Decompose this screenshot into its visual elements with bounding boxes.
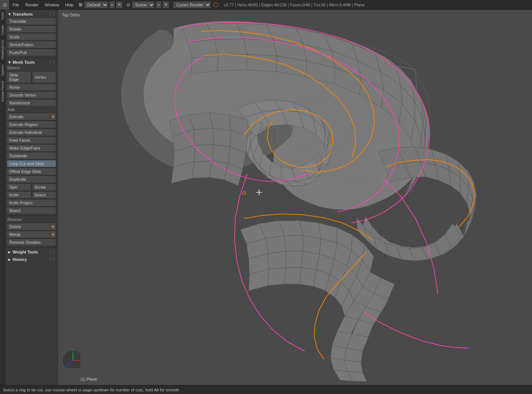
knife-project-btn[interactable]: Knife Project [7,199,56,207]
merge-arrow[interactable]: ▼ [50,231,56,238]
noise-btn[interactable]: Noise [7,83,56,91]
viewport[interactable]: Top Ortho [58,10,532,385]
svg-marker-167 [212,145,230,163]
svg-marker-119 [284,236,303,251]
scale-btn[interactable]: Scale [7,33,56,41]
mode-select[interactable]: Default [84,1,108,9]
svg-text:Z: Z [64,366,66,368]
mesh-tools-pin[interactable]: ⋮⋮ [49,60,55,64]
left-panel: ▼ Transform ⋮⋮ Translate Rotate Scale Sh… [5,10,58,385]
svg-marker-30 [217,54,247,71]
rotate-btn[interactable]: Rotate [7,25,56,33]
remove-label: Remove: [6,217,57,223]
extrude-dropdown: Extrude ▼ [7,113,56,120]
menu-render[interactable]: Render [22,0,42,10]
mesh-tools-section: ▼ Mesh Tools ⋮⋮ Deform: Slide Edge Verte… [6,59,57,246]
make-edge-face-btn[interactable]: Make Edge/Face [7,144,56,152]
version-info: v2.77 | Verts:46/92 | Edges:46/138 | Fac… [220,3,532,7]
add-label: Add: [6,107,57,113]
merge-dropdown: Merge ▼ [7,231,56,238]
svg-marker-29 [191,55,218,74]
menu-help[interactable]: Help [62,0,77,10]
blender-logo: ⊙ [0,0,10,10]
merge-btn[interactable]: Merge [7,231,50,238]
randomize-btn[interactable]: Randomize [7,99,56,107]
mesh-tools-header[interactable]: ▼ Mesh Tools ⋮⋮ [6,59,57,65]
knife-btn[interactable]: Knife [7,191,31,199]
mode-add-btn[interactable]: + [109,1,115,9]
select-btn[interactable]: Select [32,191,57,199]
shrink-flatten-btn[interactable]: Shrink/Fatten [7,41,56,48]
delete-btn[interactable]: Delete [7,223,50,230]
smooth-vertex-btn[interactable]: Smooth Vertex [7,91,56,99]
svg-marker-17 [214,39,247,55]
svg-marker-158 [189,113,213,130]
viewport-label: Top Ortho [62,13,80,17]
push-pull-btn[interactable]: Push/Pull [7,49,56,56]
history-pin[interactable]: ⋮⋮ [49,258,55,261]
history-header[interactable]: ► History ⋮⋮ [6,256,57,262]
svg-marker-118 [266,236,286,253]
loop-cut-btn[interactable]: Loop Cut and Slide [7,160,56,167]
left-tabs: Tools Create Shading/UVs Options Grease … [0,10,5,385]
svg-marker-18 [243,39,277,56]
tab-options[interactable]: Options [0,62,5,78]
svg-marker-128 [302,251,319,270]
extrude-btn[interactable]: Extrude [7,113,50,120]
status-message: Select a ring to be cut, use mouse-wheel… [3,388,179,392]
tab-grease-pencil[interactable]: Grease Pencil [0,78,5,104]
axis-indicator: X Y Z [62,349,80,368]
transform-header[interactable]: ▼ Transform ⋮⋮ [6,11,57,17]
svg-marker-127 [286,251,303,268]
slide-row: Slide Edge Vertex [7,71,56,83]
delete-dropdown: Delete ▼ [7,223,56,230]
weight-tools-header[interactable]: ► Weight Tools ⋮⋮ [6,249,57,255]
tab-tools[interactable]: Tools [0,10,5,22]
scene-add-btn[interactable]: + [156,1,162,9]
bisect-btn[interactable]: Bisect [7,207,56,214]
offset-edge-btn[interactable]: Offset Edge Slide [7,168,56,175]
svg-marker-134 [268,268,286,286]
engine-section: Cycles Render ⬡ [171,0,220,10]
extrude-individual-btn[interactable]: Extrude Individual [7,129,56,136]
statusbar: Select a ring to be cut, use mouse-wheel… [0,385,532,394]
svg-marker-166 [194,145,214,162]
duplicate-btn[interactable]: Duplicate [7,176,56,183]
history-section: ► History ⋮⋮ [6,256,57,262]
subdivide-btn[interactable]: Subdivide [7,152,56,160]
svg-text:Y: Y [71,349,74,352]
mode-section: ⊞ Default + ✕ [77,0,124,10]
weight-tools-section: ► Weight Tools ⋮⋮ [6,249,57,255]
scene-remove-btn[interactable]: ✕ [162,1,169,9]
svg-marker-162 [194,128,214,145]
knife-select-row: Knife Select [7,191,56,199]
deform-label: Deform: [6,65,57,71]
tab-create[interactable]: Create [0,22,5,37]
menu-file[interactable]: File [10,0,22,10]
extrude-region-btn[interactable]: Extrude Region [7,121,56,128]
remove-doubles-btn[interactable]: Remove Doubles [7,239,56,246]
transform-section: ▼ Transform ⋮⋮ Translate Rotate Scale Sh… [6,11,57,56]
vertex-btn[interactable]: Vertex [32,71,57,83]
svg-marker-126 [268,251,286,269]
svg-point-176 [63,350,80,368]
object-name: (1) Plane [80,377,97,381]
weight-tools-pin[interactable]: ⋮⋮ [49,250,55,254]
inset-faces-btn[interactable]: Inset Faces [7,136,56,144]
scene-select[interactable]: Scene [132,1,155,9]
tab-shading[interactable]: Shading/UVs [0,37,5,62]
screw-btn[interactable]: Screw [32,183,57,191]
topbar: ⊙ File Render Window Help ⊞ Default + ✕ … [0,0,532,10]
transform-pin[interactable]: ⋮⋮ [49,12,55,16]
spin-btn[interactable]: Spin [7,183,31,191]
menu-window[interactable]: Window [42,0,62,10]
slide-edge-btn[interactable]: Slide Edge [7,71,31,83]
svg-marker-135 [284,268,302,284]
engine-select[interactable]: Cycles Render [173,1,211,9]
spin-screw-row: Spin Screw [7,183,56,191]
delete-arrow[interactable]: ▼ [50,223,56,230]
mode-remove-btn[interactable]: ✕ [116,1,123,9]
extrude-arrow[interactable]: ▼ [50,113,56,120]
translate-btn[interactable]: Translate [7,18,56,25]
svg-marker-120 [303,236,321,254]
